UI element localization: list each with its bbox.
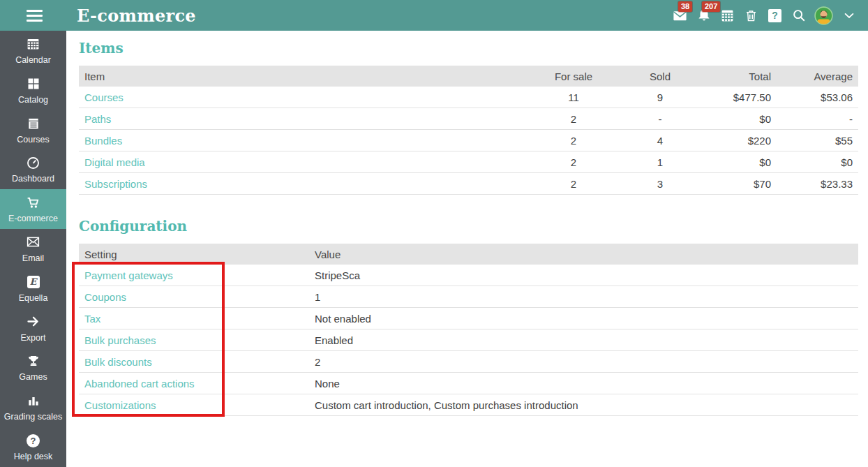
setting-value: StripeSca <box>309 265 858 286</box>
col-for-sale: For sale <box>528 66 619 87</box>
sidebar-label: Dashboard <box>12 175 54 184</box>
gauge-icon <box>26 155 41 170</box>
bar-chart-icon <box>26 393 41 408</box>
cell-sold: 9 <box>619 87 701 108</box>
cell-for-sale: 2 <box>528 151 619 173</box>
user-avatar[interactable] <box>814 6 833 25</box>
trash-button[interactable] <box>743 8 759 24</box>
equella-icon: E <box>26 274 41 290</box>
setting-link-tax[interactable]: Tax <box>84 313 100 325</box>
envelope-icon <box>26 235 41 250</box>
cell-average: $0 <box>777 151 858 173</box>
cell-total: $0 <box>701 151 777 173</box>
cell-for-sale: 11 <box>528 87 619 108</box>
table-grid-icon <box>720 8 735 23</box>
search-icon <box>791 8 807 23</box>
config-header-row: Setting Value <box>79 244 858 265</box>
notifications-button[interactable]: 207 <box>696 8 712 24</box>
table-row: Bulk purchases Enabled <box>79 329 858 351</box>
question-icon: ? <box>768 9 781 22</box>
sidebar-item-games[interactable]: Games <box>0 348 66 388</box>
sidebar-label: Catalog <box>18 96 48 105</box>
sidebar-item-calendar[interactable]: Calendar <box>0 31 66 71</box>
main-content: Items Item For sale Sold Total Average C… <box>66 31 868 467</box>
table-row: Customizations Custom cart introduction,… <box>79 394 858 416</box>
sidebar-item-export[interactable]: Export <box>0 309 66 348</box>
trash-icon <box>744 8 758 23</box>
sidebar-label: Help desk <box>14 452 53 461</box>
sidebar-label: Email <box>22 254 44 263</box>
sidebar-item-email[interactable]: Email <box>0 229 66 269</box>
item-link-bundles[interactable]: Bundles <box>84 135 122 147</box>
help-circle-icon: ? <box>26 433 41 448</box>
setting-link-customizations[interactable]: Customizations <box>84 399 156 411</box>
messages-button[interactable]: 38 <box>672 8 688 24</box>
configuration-heading: Configuration <box>79 217 858 235</box>
table-row: Bundles 2 4 $220 $55 <box>79 130 858 151</box>
item-link-digital-media[interactable]: Digital media <box>84 156 145 168</box>
notifications-badge: 207 <box>702 1 720 12</box>
setting-value: 1 <box>309 286 858 308</box>
col-value: Value <box>309 244 858 265</box>
gradebook-button[interactable] <box>719 8 735 24</box>
setting-link-bulk-purchases[interactable]: Bulk purchases <box>84 334 156 346</box>
cart-icon <box>26 195 41 210</box>
trophy-icon <box>26 353 41 369</box>
menu-icon[interactable] <box>27 10 43 22</box>
table-row: Paths 2 - $0 - <box>79 108 858 130</box>
table-row: Subscriptions 2 3 $70 $23.33 <box>79 173 858 195</box>
search-button[interactable] <box>791 8 807 24</box>
item-link-courses[interactable]: Courses <box>84 91 124 103</box>
top-header: E-commerce 38 207 <box>0 0 868 31</box>
help-button[interactable]: ? <box>767 8 783 24</box>
account-menu-button[interactable] <box>841 8 857 24</box>
setting-link-coupons[interactable]: Coupons <box>84 291 126 303</box>
chevron-down-icon <box>842 8 856 22</box>
sidebar-item-help-desk[interactable]: ? Help desk <box>0 427 66 467</box>
table-row: Abandoned cart actions None <box>79 373 858 394</box>
setting-value: 2 <box>309 351 858 373</box>
sidebar-label: Export <box>20 334 45 343</box>
configuration-section: Configuration Setting Value Payment gate… <box>79 217 858 416</box>
cell-average: $55 <box>777 130 858 151</box>
sidebar-item-ecommerce[interactable]: E-commerce <box>0 189 66 229</box>
col-total: Total <box>701 66 777 87</box>
table-row: Digital media 2 1 $0 $0 <box>79 151 858 173</box>
arrow-right-icon <box>26 314 41 329</box>
cell-sold: 3 <box>619 173 701 195</box>
notebook-icon <box>26 116 41 131</box>
cell-average: $23.33 <box>777 173 858 195</box>
sidebar-label: Games <box>19 373 47 382</box>
item-link-subscriptions[interactable]: Subscriptions <box>84 178 147 190</box>
sidebar-item-grading-scales[interactable]: Grading scales <box>0 387 66 427</box>
item-link-paths[interactable]: Paths <box>84 113 111 125</box>
page-title: E-commerce <box>77 6 196 26</box>
cell-sold: 4 <box>619 130 701 151</box>
sidebar-item-equella[interactable]: E Equella <box>0 269 66 309</box>
sidebar-label: Equella <box>19 294 48 303</box>
sidebar-label: Grading scales <box>4 413 62 422</box>
cell-sold: - <box>619 108 701 130</box>
col-sold: Sold <box>619 66 701 87</box>
messages-badge: 38 <box>678 1 692 12</box>
sidebar-item-courses[interactable]: Courses <box>0 110 66 150</box>
table-row: Bulk discounts 2 <box>79 351 858 373</box>
setting-link-abandoned-cart-actions[interactable]: Abandoned cart actions <box>84 378 195 390</box>
sidebar-item-catalog[interactable]: Catalog <box>0 71 66 110</box>
setting-link-payment-gateways[interactable]: Payment gateways <box>84 269 173 281</box>
sidebar-label: Courses <box>17 135 50 144</box>
sidebar-label: E-commerce <box>8 214 58 223</box>
cell-total: $0 <box>701 108 777 130</box>
items-heading: Items <box>79 39 858 57</box>
cell-for-sale: 2 <box>528 173 619 195</box>
col-item: Item <box>79 66 528 87</box>
items-section: Items Item For sale Sold Total Average C… <box>79 39 858 195</box>
table-row: Coupons 1 <box>79 286 858 308</box>
sidebar-item-dashboard[interactable]: Dashboard <box>0 149 66 189</box>
setting-value: Custom cart introduction, Custom purchas… <box>309 394 858 416</box>
sidebar: Calendar Catalog Courses <box>0 31 66 467</box>
table-row: Tax Not enabled <box>79 308 858 329</box>
setting-value: Enabled <box>309 329 858 351</box>
setting-link-bulk-discounts[interactable]: Bulk discounts <box>84 356 152 368</box>
items-table: Item For sale Sold Total Average Courses… <box>79 66 858 195</box>
